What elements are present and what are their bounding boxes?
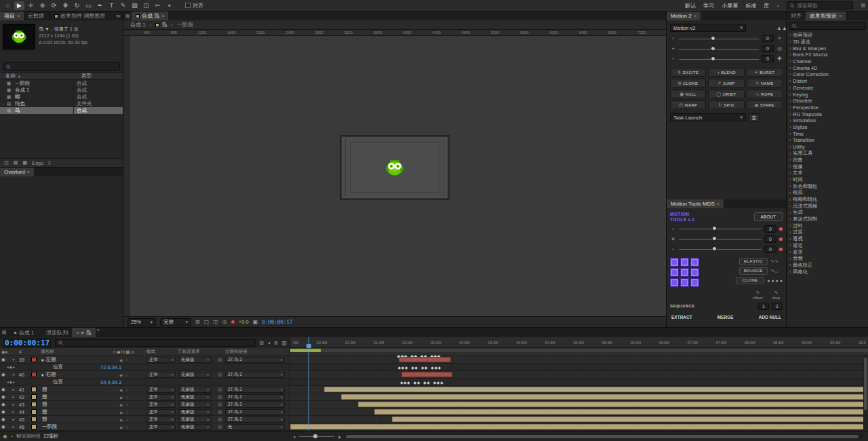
keyframe-navigator[interactable]: ◂◆▸ — [7, 379, 16, 385]
breadcrumb-next[interactable]: 一阶段 — [177, 21, 193, 28]
slider[interactable] — [679, 56, 759, 62]
workspace-menu-icon[interactable]: ≡ — [776, 3, 779, 8]
effects-category[interactable]: › 透视 — [787, 235, 868, 242]
tool-button[interactable]: T — [106, 1, 117, 10]
blend-mode-select[interactable]: 正常▾ — [146, 357, 176, 363]
track-row[interactable] — [290, 386, 868, 394]
layer-row[interactable]: ◉ ▸ 43 翅 ◆ ∕ 正常▾ 无蒙版▾ ◎ 27.鸟 2▾ ◂◆▸ — [0, 401, 290, 408]
track-row[interactable] — [290, 401, 868, 408]
motion-button[interactable]: ✎ NAME — [747, 79, 783, 88]
project-search[interactable] — [3, 62, 120, 71]
layer-duration-bar[interactable] — [341, 394, 865, 400]
effects-category[interactable]: › 过时 — [787, 223, 868, 229]
step-control[interactable]: ∿step — [772, 290, 780, 300]
zoom-in-mountain-icon[interactable]: ▲ — [337, 434, 342, 439]
ease-button[interactable]: BOUNCE — [739, 267, 768, 275]
preset-square[interactable] — [670, 258, 679, 267]
twirl-right-icon[interactable]: › — [789, 72, 791, 77]
current-timecode[interactable]: 0:00:00:17 — [3, 338, 52, 348]
twirl-right-icon[interactable]: › — [789, 98, 791, 103]
source-name-header[interactable]: 源名称 — [41, 349, 102, 355]
tab-align[interactable]: 对齐 — [787, 12, 806, 20]
snap-checkbox[interactable] — [185, 3, 191, 8]
twirl-toggle[interactable]: ▸ — [8, 425, 19, 429]
layer-name[interactable]: 翅 — [41, 394, 102, 400]
tool-button[interactable]: ✂ — [153, 1, 163, 10]
layer-duration-bar[interactable] — [374, 409, 864, 415]
tool-button[interactable]: ✒ — [95, 1, 105, 10]
tab-overlord[interactable]: Overlord ≡ — [0, 168, 34, 176]
layer-row[interactable]: ◉ ▸ 44 翅 ◆ ∕ 正常▾ 无蒙版▾ ◎ 27.鸟 2▾ ◂◆▸ — [0, 408, 290, 416]
project-search-input[interactable] — [13, 64, 108, 70]
track-row[interactable] — [290, 408, 868, 416]
twirl-right-icon[interactable]: › — [789, 66, 791, 71]
fx-search-input[interactable] — [799, 23, 857, 29]
effects-category[interactable]: › Stylize — [787, 124, 868, 131]
panel-menu-icon[interactable]: ≡ — [27, 170, 30, 174]
preset-square[interactable] — [680, 268, 689, 277]
panel-menu-icon[interactable]: ≡ — [17, 14, 20, 18]
panel-menu-icon[interactable]: ≡ — [161, 14, 164, 18]
timeline-tab[interactable]: 渲染队列 — [38, 328, 72, 337]
motion-button[interactable]: ◉ STARE — [747, 100, 783, 109]
breadcrumb-prev[interactable]: 合成 1 — [130, 21, 146, 28]
horizontal-scrollbar[interactable] — [344, 434, 863, 439]
panel-menu-icon[interactable]: ≡ — [717, 202, 719, 206]
slider-value[interactable]: 0 — [764, 235, 776, 243]
parent-pickwhip-icon[interactable]: ◎ — [214, 409, 225, 415]
effects-category[interactable]: › Color Correction — [787, 71, 868, 78]
footer-button[interactable]: EXTRACT — [671, 315, 692, 320]
tab-project[interactable]: 项目 ≡ — [0, 12, 24, 20]
slider[interactable] — [679, 35, 759, 42]
project-item[interactable]: › 纯色 文件夹 — [0, 100, 123, 107]
slider-knob[interactable] — [712, 236, 717, 241]
current-time-indicator[interactable] — [309, 337, 309, 431]
slider-right-icon[interactable]: ✚ — [776, 56, 783, 62]
keyframes[interactable]: ◆◆◆ ◆◆ ◆◆ ◆◆◆ — [400, 379, 443, 386]
effects-category[interactable]: › 音频 — [787, 255, 868, 262]
slider-knob[interactable] — [712, 246, 717, 251]
layer-row[interactable]: ◉ ▸ 45 翅 ◆ ∕ 正常▾ 无蒙版▾ ◎ 27.鸟 2▾ ◂◆▸ — [0, 416, 290, 423]
track-matte-select[interactable]: 无蒙版▾ — [178, 357, 212, 363]
effects-category[interactable]: › 杂色和颗粒 — [787, 183, 868, 190]
effects-category[interactable]: › 颜色校正 — [787, 262, 868, 269]
label-color-swatch[interactable] — [31, 394, 37, 400]
tab-motion[interactable]: Motion 2 ≡ — [667, 12, 701, 20]
track-matte-select[interactable]: 无蒙版▾ — [178, 394, 212, 400]
track-matte-select[interactable]: 无蒙版▾ — [178, 424, 212, 430]
effects-category[interactable]: › 动画预设 — [787, 32, 868, 39]
panel-menu-icon[interactable]: ≡ — [839, 14, 842, 18]
layer-duration-bar[interactable] — [399, 357, 451, 362]
layer-name[interactable]: ★左翅 — [41, 356, 102, 363]
effects-category[interactable]: › Blur & Sharpen — [787, 45, 868, 52]
effects-category[interactable]: › 文本 — [787, 170, 868, 176]
layer-duration-bar[interactable] — [290, 424, 865, 429]
twirl-right-icon[interactable]: › — [789, 171, 791, 176]
effects-category[interactable]: › 模拟 — [787, 190, 868, 197]
record-dot-icon[interactable] — [779, 237, 783, 241]
twirl-right-icon[interactable]: › — [789, 52, 791, 57]
blend-mode-select[interactable]: 正常▾ — [146, 394, 176, 400]
effects-category[interactable]: › Utility — [787, 144, 868, 151]
nav-back-icon[interactable]: ‹ — [150, 22, 152, 28]
twirl-right-icon[interactable]: › — [789, 118, 791, 123]
layer-row[interactable]: ◉ ◆ ∕ ▾ ▾ ◎ ▾ ◂◆▸ 位置 34.4,34 — [0, 379, 290, 386]
project-item[interactable]: 帽 合成 — [0, 94, 123, 100]
viewer-timecode[interactable]: 0:00:00:17 — [262, 319, 292, 325]
twirl-right-icon[interactable]: › — [789, 112, 791, 117]
effects-category[interactable]: › Generate — [787, 85, 868, 92]
footer-button[interactable]: ADD NULL — [759, 315, 781, 320]
parent-pickwhip-icon[interactable]: ◎ — [214, 387, 225, 392]
tool-button[interactable]: ✥ — [60, 1, 71, 10]
effects-category[interactable]: › 风格化 — [787, 269, 868, 275]
twirl-right-icon[interactable]: › — [789, 105, 791, 110]
effects-category[interactable]: › RG Trapcode — [787, 111, 868, 117]
slider[interactable] — [679, 225, 762, 232]
twirl-right-icon[interactable]: › — [789, 243, 791, 248]
motion-button[interactable]: ✶ BURST — [747, 68, 783, 77]
track-row[interactable] — [290, 371, 868, 379]
workspace-item[interactable]: 学习 — [703, 2, 714, 9]
tool-button[interactable]: ⌖ — [164, 1, 174, 10]
effects-category[interactable]: › 实用工具 — [787, 150, 868, 157]
twirl-right-icon[interactable]: › — [789, 33, 791, 37]
